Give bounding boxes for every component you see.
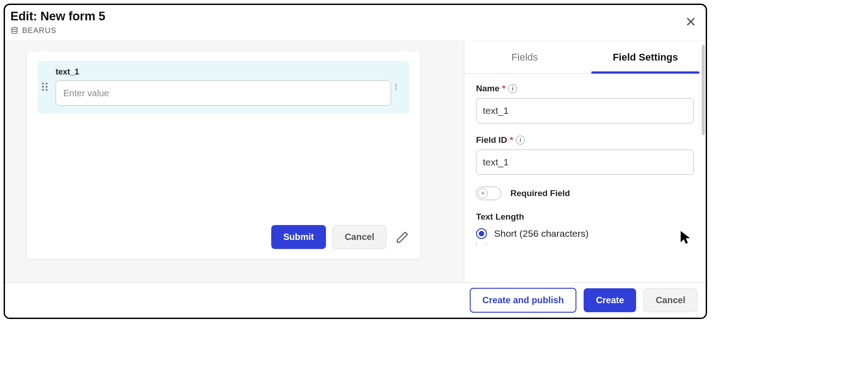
form-field-block[interactable]: text_1 (38, 61, 409, 114)
create-button[interactable]: Create (584, 288, 636, 312)
field-more-button[interactable] (395, 81, 405, 94)
modal-title: Edit: New form 5 (10, 9, 698, 23)
modal-title-name: New form 5 (40, 9, 105, 23)
form-canvas: text_1 Submit Cancel (5, 41, 464, 282)
preview-submit-button[interactable]: Submit (271, 225, 326, 249)
svg-point-9 (396, 84, 397, 85)
required-field-label: Required Field (510, 188, 570, 198)
name-label: Name * i (476, 84, 517, 94)
field-value-input[interactable] (56, 80, 391, 106)
text-length-label: Text Length (476, 212, 694, 222)
text-length-short-option[interactable]: Short (256 characters) (476, 228, 694, 239)
drag-icon (41, 81, 48, 92)
modal-footer: Create and publish Create Cancel (5, 282, 706, 318)
preview-footer: Submit Cancel (38, 225, 409, 249)
info-icon[interactable]: i (508, 84, 517, 93)
svg-point-6 (46, 86, 47, 88)
form-editor-modal: Edit: New form 5 BEARUS (4, 4, 707, 319)
svg-point-8 (46, 89, 47, 91)
scrollbar[interactable] (702, 45, 705, 135)
more-vertical-icon (395, 81, 399, 92)
tab-field-settings[interactable]: Field Settings (585, 41, 706, 73)
close-icon (685, 16, 696, 27)
drag-handle[interactable] (41, 81, 51, 94)
radio-checked-icon (476, 228, 487, 239)
svg-point-11 (396, 88, 397, 89)
close-button[interactable] (684, 15, 698, 28)
pencil-icon[interactable] (396, 230, 409, 244)
form-preview-card: text_1 Submit Cancel (27, 51, 420, 259)
field-id-label: Field ID * i (476, 135, 525, 145)
info-icon[interactable]: i (516, 136, 525, 145)
svg-point-7 (42, 89, 44, 91)
modal-header: Edit: New form 5 BEARUS (5, 5, 706, 41)
svg-point-3 (42, 83, 44, 84)
text-length-long-option[interactable] (476, 242, 694, 245)
field-id-input[interactable] (476, 150, 694, 175)
svg-point-5 (42, 86, 44, 88)
preview-cancel-button[interactable]: Cancel (332, 225, 387, 249)
settings-tabs: Fields Field Settings (464, 41, 706, 74)
create-and-publish-button[interactable]: Create and publish (470, 288, 576, 313)
name-input[interactable] (476, 98, 694, 123)
radio-unchecked-icon (476, 242, 487, 245)
toggle-knob: ✕ (478, 188, 488, 198)
field-label: text_1 (56, 67, 391, 77)
database-name: BEARUS (22, 26, 57, 35)
svg-point-10 (396, 86, 397, 87)
cancel-button[interactable]: Cancel (643, 288, 698, 312)
required-toggle[interactable]: ✕ (476, 187, 501, 200)
database-breadcrumb: BEARUS (10, 26, 698, 35)
svg-point-4 (46, 83, 47, 84)
modal-title-prefix: Edit: (10, 9, 40, 23)
required-indicator: * (510, 135, 513, 145)
settings-pane: Fields Field Settings Name * i Field ID … (464, 41, 706, 282)
database-icon (10, 27, 19, 35)
required-indicator: * (502, 84, 505, 94)
tab-fields[interactable]: Fields (464, 41, 585, 73)
svg-point-0 (12, 28, 17, 30)
